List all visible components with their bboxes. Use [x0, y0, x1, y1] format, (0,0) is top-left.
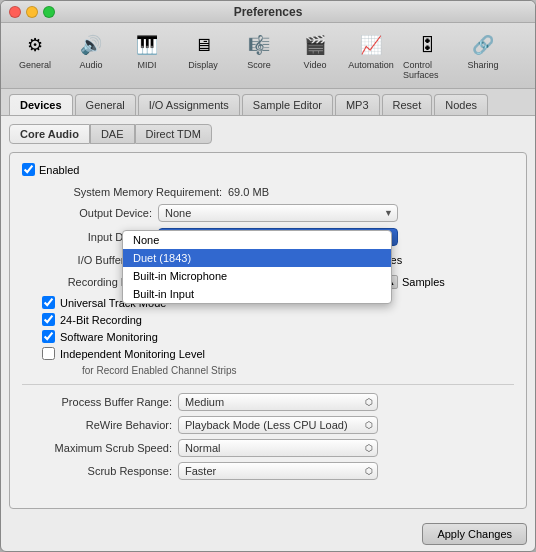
dropdown-item-duet[interactable]: Duet (1843) — [123, 249, 391, 267]
toolbar-control-surfaces-label: Control Surfaces — [403, 60, 451, 80]
universal-track-checkbox[interactable] — [42, 296, 55, 309]
tab-devices[interactable]: Devices — [9, 94, 73, 115]
preferences-window: Preferences ⚙ General 🔊 Audio 🎹 MIDI 🖥 D… — [0, 0, 536, 552]
toolbar-control-surfaces[interactable]: 🎛 Control Surfaces — [401, 29, 453, 82]
midi-icon: 🎹 — [133, 31, 161, 59]
bit24-label: 24-Bit Recording — [60, 314, 142, 326]
minimize-button[interactable] — [26, 6, 38, 18]
general-icon: ⚙ — [21, 31, 49, 59]
rewire-label: ReWire Behavior: — [22, 419, 172, 431]
system-memory-value: 69.0 MB — [228, 186, 269, 198]
toolbar-video-label: Video — [304, 60, 327, 70]
section-divider — [22, 384, 514, 385]
toolbar-score-label: Score — [247, 60, 271, 70]
rewire-select[interactable]: Playback Mode (Less CPU Load) ⬡ — [178, 416, 378, 434]
toolbar-display[interactable]: 🖥 Display — [177, 29, 229, 82]
enabled-row: Enabled — [22, 163, 514, 176]
max-scrub-arrow-icon: ⬡ — [365, 443, 373, 453]
toolbar-automation[interactable]: 📈 Automation — [345, 29, 397, 82]
inner-tab-bar: Core Audio DAE Direct TDM — [9, 124, 527, 144]
sharing-icon: 🔗 — [469, 31, 497, 59]
independent-monitor-sub-label: for Record Enabled Channel Strips — [82, 365, 237, 376]
bit24-row: 24-Bit Recording — [42, 313, 514, 326]
titlebar-buttons — [9, 6, 55, 18]
enabled-checkbox[interactable] — [22, 163, 35, 176]
apply-changes-button[interactable]: Apply Changes — [422, 523, 527, 545]
independent-monitor-checkbox[interactable] — [42, 347, 55, 360]
tab-dae[interactable]: DAE — [90, 124, 135, 144]
output-device-arrow-icon: ▼ — [384, 208, 393, 218]
toolbar-audio[interactable]: 🔊 Audio — [65, 29, 117, 82]
toolbar-display-label: Display — [188, 60, 218, 70]
toolbar-audio-label: Audio — [79, 60, 102, 70]
process-buffer-select[interactable]: Medium ⬡ — [178, 393, 378, 411]
dropdown-item-none[interactable]: None — [123, 231, 391, 249]
independent-monitor-sub-row: for Record Enabled Channel Strips — [82, 364, 514, 376]
toolbar-midi-label: MIDI — [138, 60, 157, 70]
dropdown-item-builtin-mic[interactable]: Built-in Microphone — [123, 267, 391, 285]
outer-tab-bar: Devices General I/O Assignments Sample E… — [1, 89, 535, 116]
process-buffer-arrow-icon: ⬡ — [365, 397, 373, 407]
software-monitor-row: Software Monitoring — [42, 330, 514, 343]
toolbar-general[interactable]: ⚙ General — [9, 29, 61, 82]
max-scrub-row: Maximum Scrub Speed: Normal ⬡ — [22, 439, 514, 457]
tab-sample-editor[interactable]: Sample Editor — [242, 94, 333, 115]
toolbar-sharing-label: Sharing — [467, 60, 498, 70]
toolbar-sharing[interactable]: 🔗 Sharing — [457, 29, 509, 82]
max-scrub-label: Maximum Scrub Speed: — [22, 442, 172, 454]
rewire-arrow-icon: ⬡ — [365, 420, 373, 430]
tab-core-audio[interactable]: Core Audio — [9, 124, 90, 144]
video-icon: 🎬 — [301, 31, 329, 59]
toolbar-automation-label: Automation — [348, 60, 394, 70]
content-area: Core Audio DAE Direct TDM Enabled System… — [1, 116, 535, 517]
tab-direct-tdm[interactable]: Direct TDM — [135, 124, 212, 144]
tab-general[interactable]: General — [75, 94, 136, 115]
apply-row: Apply Changes — [1, 517, 535, 551]
tab-io-assignments[interactable]: I/O Assignments — [138, 94, 240, 115]
control-surfaces-icon: 🎛 — [413, 31, 441, 59]
scrub-response-select[interactable]: Faster ⬡ — [178, 462, 378, 480]
dropdown-item-builtin-input[interactable]: Built-in Input — [123, 285, 391, 303]
close-button[interactable] — [9, 6, 21, 18]
enabled-label: Enabled — [39, 164, 79, 176]
tab-nodes[interactable]: Nodes — [434, 94, 488, 115]
toolbar: ⚙ General 🔊 Audio 🎹 MIDI 🖥 Display 🎼 Sco… — [1, 23, 535, 89]
automation-icon: 📈 — [357, 31, 385, 59]
output-device-label: Output Device: — [22, 207, 152, 219]
process-buffer-row: Process Buffer Range: Medium ⬡ — [22, 393, 514, 411]
scrub-response-label: Scrub Response: — [22, 465, 172, 477]
display-icon: 🖥 — [189, 31, 217, 59]
output-device-select[interactable]: None ▼ — [158, 204, 398, 222]
software-monitor-label: Software Monitoring — [60, 331, 158, 343]
independent-monitor-label: Independent Monitoring Level — [60, 348, 205, 360]
maximize-button[interactable] — [43, 6, 55, 18]
toolbar-general-label: General — [19, 60, 51, 70]
rewire-row: ReWire Behavior: Playback Mode (Less CPU… — [22, 416, 514, 434]
toolbar-midi[interactable]: 🎹 MIDI — [121, 29, 173, 82]
score-icon: 🎼 — [245, 31, 273, 59]
audio-icon: 🔊 — [77, 31, 105, 59]
scrub-response-arrow-icon: ⬡ — [365, 466, 373, 476]
input-device-dropdown[interactable]: None Duet (1843) Built-in Microphone Bui… — [122, 230, 392, 304]
software-monitor-checkbox[interactable] — [42, 330, 55, 343]
system-memory-label: System Memory Requirement: — [22, 186, 222, 198]
window-title: Preferences — [234, 5, 303, 19]
output-device-row: Output Device: None ▼ — [22, 204, 514, 222]
process-buffer-label: Process Buffer Range: — [22, 396, 172, 408]
titlebar: Preferences — [1, 1, 535, 23]
toolbar-score[interactable]: 🎼 Score — [233, 29, 285, 82]
tab-mp3[interactable]: MP3 — [335, 94, 380, 115]
independent-monitor-row: Independent Monitoring Level — [42, 347, 514, 360]
tab-reset[interactable]: Reset — [382, 94, 433, 115]
max-scrub-select[interactable]: Normal ⬡ — [178, 439, 378, 457]
bit24-checkbox[interactable] — [42, 313, 55, 326]
main-panel: Enabled System Memory Requirement: 69.0 … — [9, 152, 527, 509]
recording-unit: Samples — [402, 276, 445, 288]
scrub-response-row: Scrub Response: Faster ⬡ — [22, 462, 514, 480]
system-memory-row: System Memory Requirement: 69.0 MB — [22, 186, 514, 198]
toolbar-video[interactable]: 🎬 Video — [289, 29, 341, 82]
bottom-selects: Process Buffer Range: Medium ⬡ ReWire Be… — [22, 393, 514, 480]
